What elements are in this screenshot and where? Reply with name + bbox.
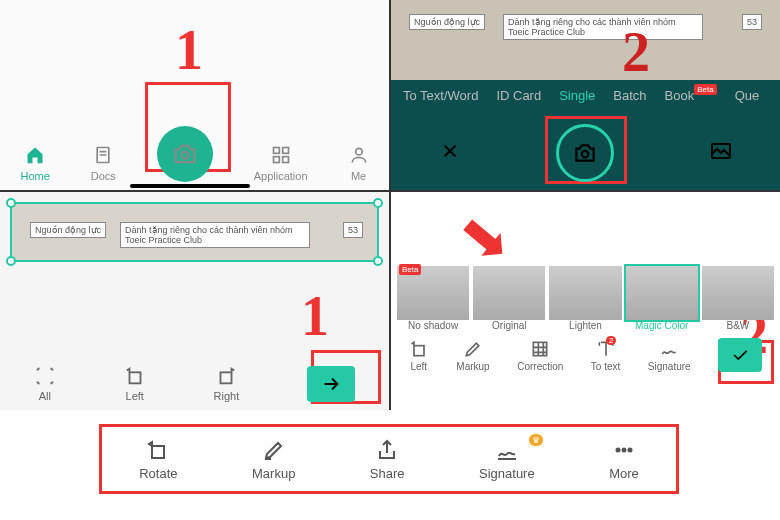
btn-totext[interactable]: 2To text (591, 339, 620, 372)
nav-camera[interactable] (157, 126, 213, 182)
panel-home: 1 Home Docs Application Me (0, 0, 389, 190)
svg-rect-11 (414, 345, 424, 355)
signature-icon (495, 438, 519, 462)
shutter-button[interactable] (556, 124, 614, 182)
nav-docs[interactable]: Docs (91, 145, 116, 182)
svg-rect-4 (273, 157, 279, 163)
nav-me[interactable]: Me (349, 145, 369, 182)
svg-rect-9 (129, 372, 140, 383)
scan-mode-tabs: To Text/Word ID Card Single Batch BookBe… (391, 80, 780, 111)
camera-button[interactable] (157, 126, 213, 182)
callout-1: 1 (301, 284, 329, 348)
svg-point-16 (628, 448, 631, 451)
filter-row: BetaNo shadow Original Lighten Magic Col… (397, 266, 774, 331)
tool-more[interactable]: More (609, 438, 639, 481)
crop-frame[interactable]: Nguồn động lực Dành tặng riêng cho các t… (10, 202, 379, 262)
filter-bw[interactable]: B&W (702, 266, 774, 331)
tab-book[interactable]: BookBeta (665, 88, 717, 103)
btn-markup[interactable]: Markup (456, 339, 489, 372)
docs-icon (93, 145, 113, 167)
svg-point-14 (616, 448, 619, 451)
nav-application[interactable]: Application (254, 145, 308, 182)
gallery-icon[interactable] (709, 139, 733, 167)
btn-all[interactable]: All (34, 365, 56, 402)
svg-rect-13 (152, 446, 164, 458)
panel-filter: ➡ 2 BetaNo shadow Original Lighten Magic… (391, 192, 780, 410)
filter-noshadow[interactable]: BetaNo shadow (397, 266, 469, 331)
done-button[interactable] (718, 338, 762, 372)
home-indicator (130, 184, 250, 188)
btn-left[interactable]: Left (409, 339, 429, 372)
svg-rect-10 (221, 372, 232, 383)
svg-rect-5 (282, 157, 288, 163)
svg-point-6 (355, 148, 362, 155)
grid-icon (271, 145, 291, 167)
svg-point-15 (622, 448, 625, 451)
camera-controls (391, 124, 780, 182)
tool-rotate[interactable]: Rotate (139, 438, 177, 481)
confirm-button[interactable] (307, 366, 355, 402)
home-icon (25, 145, 45, 167)
crown-badge: ♛ (529, 434, 543, 446)
btn-rotate-right[interactable]: Right (214, 365, 240, 402)
bottom-nav: Home Docs Application Me (0, 126, 389, 182)
viewfinder: Nguồn động lực Dành tặng riêng cho các t… (391, 0, 780, 80)
close-icon[interactable] (439, 140, 461, 166)
rotate-icon (146, 438, 170, 462)
tool-markup[interactable]: Markup (252, 438, 295, 481)
btn-rotate-left[interactable]: Left (124, 365, 146, 402)
tool-signature[interactable]: ♛ Signature (479, 438, 535, 481)
tab-single[interactable]: Single (559, 88, 595, 103)
markup-icon (262, 438, 286, 462)
filter-lighten[interactable]: Lighten (549, 266, 621, 331)
panel-crop: Nguồn động lực Dành tặng riêng cho các t… (0, 192, 389, 410)
tab-idcard[interactable]: ID Card (496, 88, 541, 103)
callout-1: 1 (175, 18, 203, 82)
panel-camera: Nguồn động lực Dành tặng riêng cho các t… (391, 0, 780, 190)
edit-toolbar: Left Markup Correction 2To text Signatur… (395, 338, 776, 372)
tool-share[interactable]: Share (370, 438, 405, 481)
more-icon (612, 438, 636, 462)
tab-que[interactable]: Que (735, 88, 760, 103)
btn-signature[interactable]: Signature (648, 339, 691, 372)
svg-point-7 (581, 151, 588, 158)
svg-rect-12 (534, 342, 547, 355)
btn-correction[interactable]: Correction (517, 339, 563, 372)
filter-magic[interactable]: Magic Color (626, 266, 698, 331)
crop-toolbar: All Left Right (0, 365, 389, 402)
tab-batch[interactable]: Batch (613, 88, 646, 103)
user-icon (349, 145, 369, 167)
tab-totext[interactable]: To Text/Word (403, 88, 478, 103)
callout-2: 2 (622, 20, 650, 84)
svg-rect-2 (273, 148, 279, 154)
filter-original[interactable]: Original (473, 266, 545, 331)
svg-point-1 (181, 152, 188, 159)
svg-rect-3 (282, 148, 288, 154)
share-icon (375, 438, 399, 462)
nav-home[interactable]: Home (20, 145, 49, 182)
main-toolbar: Rotate Markup Share ♛ Signature More (99, 424, 679, 494)
